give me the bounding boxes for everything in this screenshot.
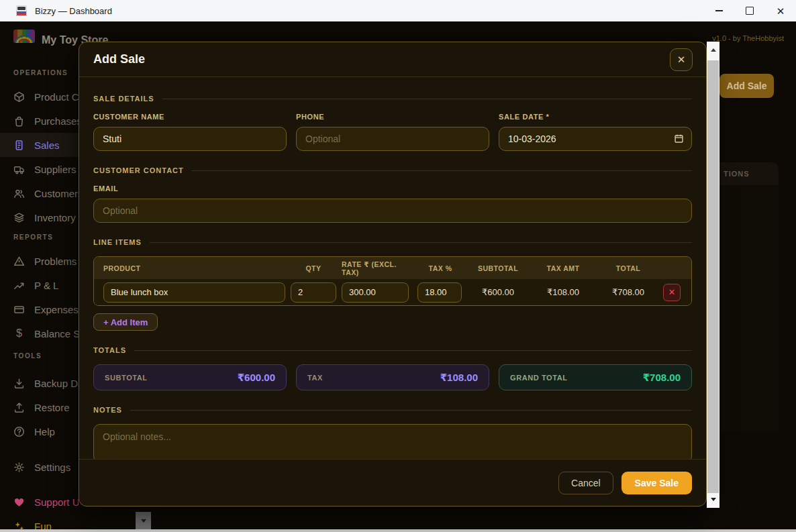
app-icon	[16, 5, 27, 16]
sidebar-item-customers[interactable]: Customers	[0, 181, 79, 205]
save-sale-button[interactable]: Save Sale	[621, 472, 692, 494]
tax-value: ₹108.00	[440, 372, 478, 384]
email-field[interactable]	[93, 199, 692, 223]
section-sale-details: SALE DETAILS	[93, 95, 692, 103]
sale-date-field[interactable]	[499, 127, 692, 151]
window-title: Bizzy — Dashboard	[35, 6, 112, 16]
sidebar-item-purchases[interactable]: Purchases	[0, 109, 79, 133]
sidebar-item-inventory[interactable]: Inventory	[0, 205, 79, 229]
sidebar-item-pnl[interactable]: P & L	[0, 273, 79, 297]
modal-scrollbar[interactable]	[707, 42, 719, 508]
col-product: PRODUCT	[103, 264, 285, 272]
modal-close-button[interactable]: ✕	[670, 48, 693, 71]
col-rate: RATE ₹ (EXCL. TAX)	[342, 260, 412, 276]
maximize-button[interactable]	[734, 0, 765, 21]
sidebar-item-problems[interactable]: Problems	[0, 249, 79, 273]
close-icon: ✕	[677, 54, 686, 66]
qty-field[interactable]	[291, 282, 336, 303]
version-text: v1.0 - by TheHobbyist	[712, 34, 784, 42]
sidebar-item-support-us[interactable]: Support Us	[0, 490, 79, 514]
cancel-button[interactable]: Cancel	[558, 472, 613, 494]
phone-field[interactable]	[296, 127, 489, 151]
window-bottom-edge	[0, 529, 796, 532]
grand-total-card: GRAND TOTAL ₹708.00	[499, 364, 692, 390]
receipt-icon	[13, 140, 25, 151]
box-icon	[13, 91, 25, 103]
sidebar-item-settings[interactable]: Settings	[0, 455, 79, 479]
modal-body: SALE DETAILS CUSTOMER NAME PHONE SALE DA…	[79, 77, 706, 459]
truck-icon	[13, 164, 25, 175]
sidebar-item-restore[interactable]: Restore	[0, 395, 79, 419]
upload-icon	[13, 402, 25, 413]
line-item-row: ₹600.00 ₹108.00 ₹708.00 ✕	[94, 279, 691, 305]
sidebar-item-backup-data[interactable]: Backup Dat	[0, 371, 79, 395]
close-icon: ✕	[777, 6, 785, 16]
download-icon	[13, 378, 25, 389]
sidebar-item-balance-sheet[interactable]: $ Balance Sh	[0, 321, 79, 345]
section-totals: TOTALS	[93, 346, 692, 354]
subtotal-card: SUBTOTAL ₹600.00	[93, 364, 287, 390]
dollar-icon: $	[13, 327, 25, 339]
help-icon	[13, 426, 25, 437]
background-add-sale-button[interactable]: Add Sale	[719, 74, 774, 98]
scroll-up-button[interactable]	[707, 44, 719, 56]
row-total: ₹708.00	[599, 287, 658, 297]
titlebar: Bizzy — Dashboard ✕	[0, 0, 796, 21]
window-controls: ✕	[703, 0, 796, 21]
tax-label: TAX	[307, 374, 323, 382]
row-subtotal: ₹600.00	[468, 287, 528, 297]
background-table-panel: TIONS	[719, 162, 779, 431]
customer-name-group: CUSTOMER NAME	[93, 113, 287, 151]
product-field[interactable]	[103, 282, 285, 303]
chevron-down-icon	[711, 498, 716, 501]
modal-title: Add Sale	[93, 52, 145, 66]
scrollbar-thumb[interactable]	[707, 60, 719, 493]
gear-icon	[13, 462, 25, 473]
maximize-icon	[746, 7, 754, 15]
sidebar-item-sales[interactable]: Sales	[0, 133, 79, 157]
col-subtotal: SUBTOTAL	[468, 264, 528, 272]
delete-row-button[interactable]: ✕	[663, 284, 681, 301]
section-notes: NOTES	[93, 406, 692, 414]
add-item-button[interactable]: + Add Item	[93, 313, 158, 331]
col-tax-amt: TAX AMT	[533, 264, 593, 272]
customer-name-field[interactable]	[93, 127, 287, 151]
grand-total-label: GRAND TOTAL	[510, 374, 568, 382]
close-window-button[interactable]: ✕	[765, 0, 796, 21]
warning-icon	[13, 256, 25, 267]
background-table-header: TIONS	[719, 162, 779, 185]
modal-footer: Cancel Save Sale	[79, 459, 706, 506]
col-tax-pct: TAX %	[417, 264, 463, 272]
background-scrollbar-piece[interactable]	[136, 512, 151, 530]
sale-date-label: SALE DATE *	[499, 113, 692, 121]
minimize-button[interactable]	[703, 0, 734, 21]
row-tax-amt: ₹108.00	[533, 287, 593, 297]
delete-icon: ✕	[668, 287, 676, 297]
sale-date-group: SALE DATE *	[499, 113, 692, 151]
sidebar-item-product-catalog[interactable]: Product Cat	[0, 85, 79, 109]
sidebar-section-reports: REPORTS	[13, 233, 79, 241]
col-qty: QTY	[291, 264, 336, 272]
users-icon	[13, 188, 25, 199]
line-items-header-row: PRODUCT QTY RATE ₹ (EXCL. TAX) TAX % SUB…	[94, 257, 691, 279]
hobbyist-logo	[13, 30, 35, 43]
sidebar: OPERATIONS Product Cat Purchases Sales S…	[0, 64, 79, 532]
trend-up-icon	[13, 280, 25, 291]
sidebar-item-suppliers[interactable]: Suppliers	[0, 157, 79, 181]
rate-field[interactable]	[342, 282, 409, 303]
section-customer-contact: CUSTOMER CONTACT	[93, 166, 692, 174]
add-sale-modal: Add Sale ✕ SALE DETAILS CUSTOMER NAME PH…	[79, 42, 707, 507]
sidebar-item-expenses[interactable]: Expenses	[0, 297, 79, 321]
background-actions-column-label: TIONS	[724, 170, 750, 178]
scroll-down-button[interactable]	[707, 494, 719, 505]
notes-field[interactable]	[93, 424, 692, 459]
tax-pct-field[interactable]	[417, 282, 462, 303]
section-line-items: LINE ITEMS	[93, 238, 692, 246]
line-items-table: PRODUCT QTY RATE ₹ (EXCL. TAX) TAX % SUB…	[93, 256, 692, 306]
chevron-down-icon	[141, 519, 146, 523]
phone-label: PHONE	[296, 113, 489, 121]
tax-card: TAX ₹108.00	[296, 364, 489, 390]
subtotal-label: SUBTOTAL	[105, 374, 148, 382]
shopping-bag-icon	[13, 115, 25, 127]
sidebar-item-help[interactable]: Help	[0, 419, 79, 443]
